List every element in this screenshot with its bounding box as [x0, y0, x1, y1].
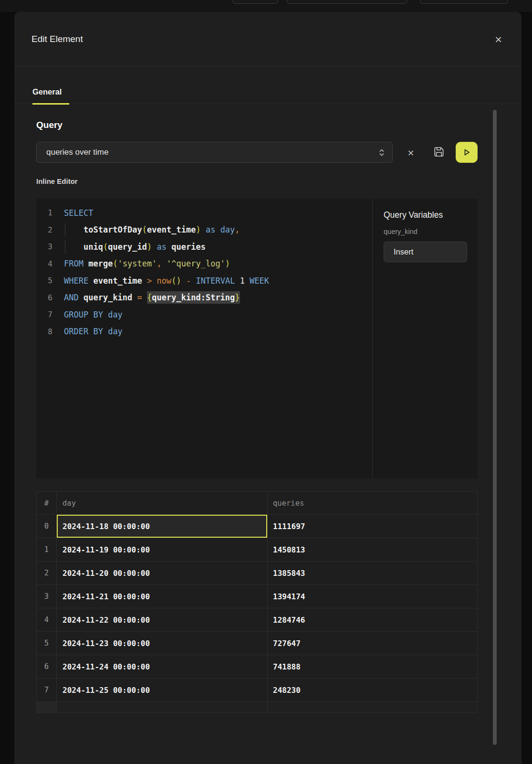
cell-day[interactable]: 2024-11-19 00:00:00 — [57, 538, 268, 561]
cell-day[interactable]: 2024-11-20 00:00:00 — [57, 562, 268, 584]
code-line: 5WHERE event_time > now() - INTERVAL 1 W… — [36, 272, 372, 289]
code-text: AND query_kind = {query_kind:String} — [64, 293, 240, 302]
toolbar-button[interactable] — [232, 0, 278, 4]
cell-day[interactable]: 2024-11-24 00:00:00 — [57, 655, 268, 678]
code-text: ORDER BY day — [64, 327, 123, 336]
query-variables-heading: Query Variables — [384, 210, 478, 220]
table-header-row: #dayqueries — [37, 492, 477, 515]
cell-queries[interactable]: 1450813 — [268, 538, 477, 561]
line-number: 4 — [36, 259, 52, 268]
indent-guide — [65, 240, 65, 254]
code-text: SELECT — [64, 208, 93, 218]
line-number: 1 — [36, 208, 52, 217]
table-row: 02024-11-18 00:00:001111697 — [37, 515, 477, 538]
code-text: WHERE event_time > now() - INTERVAL 1 WE… — [64, 276, 269, 286]
code-lines: 1SELECT2 toStartOfDay(event_time) as day… — [36, 204, 372, 340]
line-number: 8 — [36, 327, 52, 336]
cell-queries[interactable]: 1284746 — [268, 608, 477, 631]
cell-day[interactable]: 2024-11-23 00:00:00 — [57, 632, 268, 655]
row-index: 4 — [37, 608, 57, 631]
query-select[interactable]: queries over time — [36, 142, 393, 163]
code-text: uniq(query_id) as queries — [64, 242, 206, 252]
row-index: 7 — [37, 679, 57, 701]
cell-day[interactable]: 2024-11-25 00:00:00 — [57, 679, 268, 701]
code-line: 6AND query_kind = {query_kind:String} — [36, 289, 372, 307]
row-index: 0 — [37, 515, 57, 538]
cell-queries[interactable]: 248230 — [268, 679, 477, 701]
table-row: 32024-11-21 00:00:001394174 — [37, 585, 477, 608]
results-table: #dayqueries 02024-11-18 00:00:0011116971… — [36, 491, 478, 713]
table-row: 62024-11-24 00:00:00741888 — [37, 655, 477, 679]
sql-editor: 1SELECT2 toStartOfDay(event_time) as day… — [36, 199, 478, 478]
code-line: 1SELECT — [36, 204, 372, 222]
query-select-row: queries over time × — [36, 142, 478, 163]
code-line: 4FROM merge('system', '^query_log') — [36, 255, 372, 273]
toolbar-button[interactable] — [287, 0, 407, 4]
query-select-value: queries over time — [46, 148, 108, 157]
table-footer-row — [37, 702, 477, 712]
query-variables-panel: Query Variables query_kind Insert — [372, 199, 478, 478]
column-header-day: day — [57, 492, 268, 514]
line-number: 7 — [36, 310, 52, 319]
cell-queries[interactable]: 1394174 — [268, 585, 477, 608]
table-row: 22024-11-20 00:00:001385843 — [37, 562, 477, 585]
variable-name-label: query_kind — [384, 228, 478, 235]
cell-queries[interactable]: 741888 — [268, 655, 477, 678]
row-index: 1 — [37, 538, 57, 561]
line-number: 2 — [36, 225, 52, 234]
tab-bar: General — [14, 67, 522, 104]
code-text: GROUP BY day — [64, 310, 123, 319]
column-header-queries: queries — [268, 492, 477, 514]
table-row: 72024-11-25 00:00:00248230 — [37, 679, 477, 702]
footer-index-cell — [37, 702, 57, 712]
modal-scrollbar[interactable] — [493, 110, 497, 745]
row-index: 5 — [37, 632, 57, 655]
toolbar-button[interactable] — [420, 0, 508, 4]
code-line: 7GROUP BY day — [36, 306, 372, 323]
edit-element-modal: Edit Element × General Query queries ove… — [14, 12, 522, 764]
inline-editor-label: Inline Editor — [36, 177, 478, 185]
cell-queries[interactable]: 1111697 — [268, 515, 477, 538]
code-text: toStartOfDay(event_time) as day, — [64, 225, 240, 234]
table-row: 52024-11-23 00:00:00727647 — [37, 632, 477, 655]
code-line: 8ORDER BY day — [36, 323, 372, 340]
cell-queries[interactable]: 1385843 — [268, 562, 477, 584]
table-row: 12024-11-19 00:00:001450813 — [37, 538, 477, 562]
modal-body: Query queries over time × — [14, 120, 522, 713]
close-button[interactable]: × — [494, 34, 502, 44]
line-number: 3 — [36, 242, 52, 251]
clear-query-button[interactable]: × — [404, 142, 417, 163]
code-editor[interactable]: 1SELECT2 toStartOfDay(event_time) as day… — [36, 199, 372, 478]
indent-guide — [65, 223, 65, 236]
line-number: 5 — [36, 276, 52, 285]
tab-general[interactable]: General — [32, 87, 69, 105]
row-index: 6 — [37, 655, 57, 678]
row-index: 2 — [37, 562, 57, 584]
cell-day[interactable]: 2024-11-18 00:00:00 — [57, 515, 268, 538]
cell-day[interactable]: 2024-11-21 00:00:00 — [57, 585, 268, 608]
table-body: 02024-11-18 00:00:00111169712024-11-19 0… — [37, 515, 477, 702]
modal-header: Edit Element × — [14, 12, 522, 67]
code-line: 2 toStartOfDay(event_time) as day, — [36, 222, 372, 239]
code-text: FROM merge('system', '^query_log') — [64, 259, 230, 268]
insert-variable-button[interactable]: Insert — [384, 242, 467, 262]
play-icon — [462, 148, 471, 157]
run-query-button[interactable] — [456, 142, 478, 163]
table-row: 42024-11-22 00:00:001284746 — [37, 608, 477, 632]
row-index: 3 — [37, 585, 57, 608]
cell-day[interactable]: 2024-11-22 00:00:00 — [57, 608, 268, 631]
save-query-button[interactable] — [432, 142, 446, 163]
footer-day-cell — [57, 702, 268, 712]
modal-title: Edit Element — [31, 34, 83, 44]
query-section-heading: Query — [36, 120, 478, 130]
footer-queries-cell — [268, 702, 477, 712]
code-line: 3 uniq(query_id) as queries — [36, 238, 372, 255]
line-number: 6 — [36, 293, 52, 302]
column-header-idx: # — [37, 492, 57, 514]
cell-queries[interactable]: 727647 — [268, 632, 477, 655]
chevron-updown-icon — [379, 149, 385, 157]
background-toolbar — [0, 0, 532, 12]
save-icon — [433, 146, 445, 159]
